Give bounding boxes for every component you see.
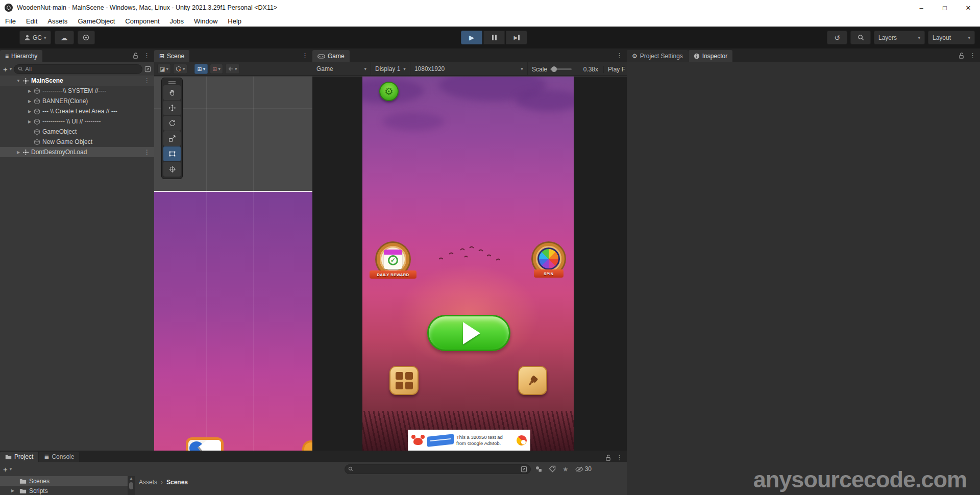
close-button[interactable]: ✕	[957, 0, 980, 15]
move-tool-button[interactable]	[163, 101, 181, 115]
search-button[interactable]	[850, 31, 871, 44]
snap-increment-button[interactable]: ▾	[225, 64, 240, 74]
create-button[interactable]: +	[3, 65, 8, 73]
hierarchy-item-ui[interactable]: ▶ ----------- \\ UI // --------	[0, 116, 154, 127]
expand-arrow-icon[interactable]: ▼	[15, 79, 21, 83]
play-focused-dropdown[interactable]: Play F	[603, 66, 627, 73]
photo-sprite[interactable]	[186, 437, 224, 451]
menu-help[interactable]: Help	[223, 15, 247, 27]
folder-item-scenes[interactable]: Scenes	[0, 476, 128, 486]
item-menu-icon[interactable]: ⋮	[144, 148, 150, 156]
folder-item-scripts[interactable]: ▶ Scripts	[0, 486, 128, 495]
hidden-packages-toggle[interactable]: 30	[575, 465, 592, 473]
menu-component[interactable]: Component	[120, 15, 164, 27]
hierarchy-item-mainscene[interactable]: ▼ MainScene ⋮	[0, 76, 154, 86]
menu-assets[interactable]: Assets	[42, 15, 72, 27]
scroll-up-icon[interactable]: ▲	[129, 476, 133, 481]
grid-snap-button[interactable]: ⊞ ▾	[210, 64, 223, 74]
project-search-input[interactable]	[345, 464, 531, 474]
tab-game[interactable]: Game	[312, 50, 350, 62]
services-button[interactable]	[78, 31, 95, 44]
rect-tool-button[interactable]	[163, 146, 181, 161]
expand-arrow-icon[interactable]: ▶	[27, 89, 33, 93]
tab-project-settings[interactable]: ⚙ Project Settings	[627, 50, 688, 62]
transform-tools-overlay[interactable]	[161, 78, 183, 179]
game-target-dropdown[interactable]: Game ▾	[312, 62, 371, 76]
tab-project[interactable]: Project	[0, 452, 38, 462]
tab-scene[interactable]: ⊞ Scene	[154, 50, 189, 62]
menu-jobs[interactable]: Jobs	[165, 15, 189, 27]
orange-sprite[interactable]	[302, 440, 312, 451]
panel-menu-icon[interactable]: ⋮	[616, 52, 623, 59]
grid-axis-button[interactable]: ⊞ ▾	[194, 64, 208, 74]
expand-arrow-icon[interactable]: ▶	[27, 109, 33, 114]
lock-icon[interactable]	[959, 53, 964, 59]
hierarchy-item-gameobject[interactable]: GameObject	[0, 127, 154, 137]
daily-reward-button[interactable]: ✓ DAILY REWARD	[370, 243, 416, 279]
cloud-button[interactable]: ☁	[55, 31, 74, 44]
expand-arrow-icon[interactable]: ▶	[27, 99, 33, 104]
lock-icon[interactable]	[605, 455, 611, 461]
chevron-down-icon[interactable]: ▾	[10, 66, 12, 71]
settings-gear-button[interactable]: ⚙	[379, 82, 399, 101]
tab-console[interactable]: ≣ Console	[39, 452, 79, 462]
menu-edit[interactable]: Edit	[21, 15, 42, 27]
menu-window[interactable]: Window	[189, 15, 223, 27]
expand-arrow-icon[interactable]: ▶	[11, 488, 14, 493]
admob-test-banner[interactable]: This a 320x50 test ad from Google AdMob.	[408, 430, 530, 451]
account-button[interactable]: GC ▾	[19, 31, 51, 44]
panel-menu-icon[interactable]: ⋮	[143, 52, 150, 59]
expand-arrow-icon[interactable]: ▶	[15, 150, 21, 155]
overlay-drag-handle[interactable]	[163, 80, 181, 85]
hierarchy-search-input[interactable]: All	[14, 64, 142, 74]
chevron-down-icon[interactable]: ▾	[10, 466, 12, 472]
undo-history-button[interactable]: ↺	[827, 31, 847, 44]
hierarchy-item-banner-clone[interactable]: ▶ BANNER(Clone)	[0, 96, 154, 106]
scale-slider[interactable]	[550, 68, 572, 70]
step-button[interactable]: ▶	[506, 31, 527, 44]
hierarchy-item-system[interactable]: ▶ ----------\\ SYSTEM //----	[0, 86, 154, 96]
view-options-dropdown[interactable]: ▾	[173, 64, 188, 74]
item-menu-icon[interactable]: ⋮	[144, 77, 150, 84]
panel-menu-icon[interactable]: ⋮	[616, 454, 623, 461]
search-by-label-icon[interactable]	[549, 465, 556, 473]
rotate-tool-button[interactable]	[163, 116, 181, 131]
lock-icon[interactable]	[133, 53, 138, 59]
tab-inspector[interactable]: Inspector	[689, 50, 732, 62]
game-play-button[interactable]	[427, 315, 510, 351]
search-by-type-icon[interactable]	[535, 465, 542, 473]
tree-scrollbar[interactable]: ▲	[128, 476, 135, 495]
hierarchy-item-new-game-object[interactable]: New Game Object	[0, 137, 154, 147]
menu-file[interactable]: File	[0, 15, 21, 27]
scale-tool-button[interactable]	[163, 131, 181, 146]
pause-button[interactable]	[483, 31, 505, 44]
tab-hierarchy[interactable]: ≡ Hierarchy	[0, 50, 42, 62]
resolution-dropdown[interactable]: 1080x1920 ▾	[410, 62, 528, 76]
create-button[interactable]: +	[3, 465, 8, 474]
breadcrumb-scenes[interactable]: Scenes	[166, 479, 188, 486]
scrollbar-thumb[interactable]	[129, 482, 133, 489]
minimize-button[interactable]: –	[910, 0, 933, 15]
expand-arrow-icon[interactable]: ▶	[27, 119, 33, 124]
menu-gameobject[interactable]: GameObject	[72, 15, 120, 27]
hierarchy-item-dontdestroyonload[interactable]: ▶ DontDestroyOnLoad ⋮	[0, 147, 154, 157]
transform-tool-button[interactable]	[163, 162, 181, 177]
scene-viewport[interactable]	[154, 77, 312, 451]
maximize-button[interactable]: □	[933, 0, 957, 15]
levels-button[interactable]	[389, 366, 419, 395]
play-button[interactable]: ▶	[461, 31, 482, 44]
open-in-search-icon[interactable]	[521, 466, 527, 473]
display-dropdown[interactable]: Display 1 ▾	[371, 62, 410, 76]
layers-dropdown[interactable]: Layers ▾	[874, 31, 925, 44]
theme-brush-button[interactable]	[518, 366, 547, 395]
layout-dropdown[interactable]: Layout ▾	[928, 31, 975, 44]
picker-icon[interactable]	[144, 66, 151, 72]
hand-tool-button[interactable]	[163, 85, 181, 100]
panel-menu-icon[interactable]: ⋮	[302, 52, 308, 59]
scene-canvas[interactable]	[154, 191, 312, 451]
save-search-star-icon[interactable]: ★	[562, 465, 569, 473]
breadcrumb-assets[interactable]: Assets	[139, 479, 157, 486]
draw-mode-dropdown[interactable]: ◪ ▾	[157, 64, 171, 74]
spin-button[interactable]: SPIN	[527, 243, 571, 278]
hierarchy-item-create-level-area[interactable]: ▶ --- \\ Create Level Area // ---	[0, 106, 154, 116]
